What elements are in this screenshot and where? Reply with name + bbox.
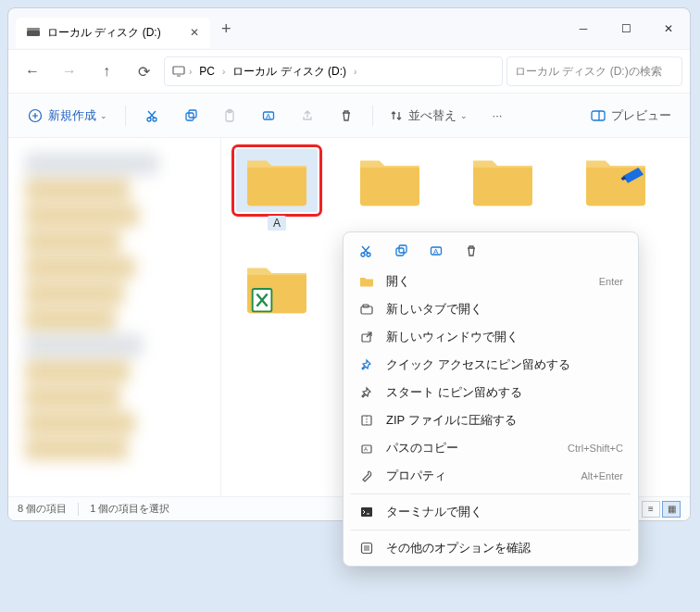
folder-icon xyxy=(236,256,318,319)
copy-button[interactable] xyxy=(174,101,207,131)
folder-item[interactable]: A xyxy=(236,149,318,231)
delete-button[interactable] xyxy=(330,101,363,131)
more-icon xyxy=(358,542,375,555)
close-button[interactable]: ✕ xyxy=(647,8,690,49)
svg-rect-31 xyxy=(362,334,370,342)
svg-text:A: A xyxy=(364,446,368,452)
cut-icon[interactable] xyxy=(358,244,377,258)
chevron-down-icon: ⌄ xyxy=(460,111,468,120)
svg-text:A: A xyxy=(433,247,439,256)
tab-active[interactable]: ローカル ディスク (D:) ✕ xyxy=(16,18,210,48)
item-count: 8 個の項目 xyxy=(18,502,67,516)
cut-button[interactable] xyxy=(135,101,169,131)
sort-button[interactable]: 並べ替え ⌄ xyxy=(382,101,475,131)
chevron-down-icon: ⌄ xyxy=(100,111,107,120)
svg-rect-1 xyxy=(27,28,40,31)
up-button[interactable]: ↑ xyxy=(90,55,123,88)
breadcrumb-pc[interactable]: PC xyxy=(195,63,219,80)
maximize-button[interactable]: ☐ xyxy=(605,8,647,49)
svg-rect-2 xyxy=(173,67,184,74)
forward-button[interactable]: → xyxy=(53,55,86,88)
close-tab-icon[interactable]: ✕ xyxy=(190,26,199,39)
selection-count: 1 個の項目を選択 xyxy=(90,502,169,516)
ctx-more-options[interactable]: その他のオプションを確認 xyxy=(344,534,638,566)
copy-path-icon: A xyxy=(358,442,375,455)
svg-rect-25 xyxy=(396,248,404,256)
refresh-button[interactable]: ⟳ xyxy=(127,55,160,88)
ctx-zip[interactable]: ZIP ファイルに圧縮する xyxy=(344,406,638,434)
delete-icon[interactable] xyxy=(464,244,482,258)
drive-icon xyxy=(27,28,40,37)
folder-icon xyxy=(236,149,318,212)
svg-rect-26 xyxy=(399,245,406,253)
new-tab-button[interactable]: + xyxy=(221,19,231,39)
wrench-icon xyxy=(358,469,375,482)
ctx-open[interactable]: 開く Enter xyxy=(344,268,638,295)
ctx-copy-path[interactable]: A パスのコピー Ctrl+Shift+C xyxy=(344,434,638,462)
folder-icon xyxy=(462,149,544,212)
sort-icon xyxy=(390,109,403,122)
plus-circle-icon xyxy=(28,108,43,123)
preview-icon xyxy=(591,110,606,121)
ctx-new-window[interactable]: 新しいウィンドウで開く xyxy=(344,323,638,351)
svg-rect-17 xyxy=(592,111,605,120)
share-button[interactable] xyxy=(291,101,324,131)
view-list-toggle[interactable]: ≡ xyxy=(642,501,660,518)
breadcrumb[interactable]: › PC › ローカル ディスク (D:) › xyxy=(164,56,503,86)
ctx-terminal[interactable]: ターミナルで開く xyxy=(344,498,638,526)
copy-icon[interactable] xyxy=(394,244,412,258)
back-button[interactable]: ← xyxy=(16,55,49,88)
view-icons-toggle[interactable]: ▦ xyxy=(662,501,681,518)
rename-button[interactable]: A xyxy=(252,101,285,131)
new-button[interactable]: 新規作成 ⌄ xyxy=(19,101,116,131)
new-window-icon xyxy=(358,331,375,343)
preview-button[interactable]: プレビュー xyxy=(583,101,679,131)
svg-rect-11 xyxy=(186,113,194,120)
ctx-new-tab[interactable]: 新しいタブで開く xyxy=(344,295,638,323)
nav-sidebar[interactable] xyxy=(8,138,221,496)
minimize-button[interactable]: ─ xyxy=(562,8,605,49)
pin-icon xyxy=(358,386,375,399)
monitor-icon xyxy=(172,66,185,77)
folder-item[interactable] xyxy=(462,149,544,231)
chevron-right-icon: › xyxy=(354,67,356,77)
tab-title: ローカル ディスク (D:) xyxy=(47,25,161,41)
chevron-right-icon: › xyxy=(222,67,225,77)
svg-rect-36 xyxy=(361,507,372,517)
folder-item[interactable] xyxy=(575,149,656,231)
ctx-pin-quick[interactable]: クイック アクセスにピン留めする xyxy=(344,351,638,379)
folder-label: A xyxy=(268,216,286,231)
rename-icon[interactable]: A xyxy=(429,244,447,258)
ctx-properties[interactable]: プロパティ Alt+Enter xyxy=(344,462,638,490)
pin-icon xyxy=(358,358,375,371)
svg-text:A: A xyxy=(266,112,271,120)
search-input[interactable]: ローカル ディスク (D:)の検索 xyxy=(506,56,682,86)
paste-button[interactable] xyxy=(213,101,246,131)
address-bar: ← → ↑ ⟳ › PC › ローカル ディスク (D:) › ローカル ディス… xyxy=(8,49,690,94)
zip-icon xyxy=(358,414,375,427)
ctx-pin-start[interactable]: スタート にピン留めする xyxy=(344,379,638,406)
folder-item[interactable] xyxy=(349,149,431,231)
terminal-icon xyxy=(358,506,375,518)
breadcrumb-drive[interactable]: ローカル ディスク (D:) xyxy=(229,62,350,81)
titlebar: ローカル ディスク (D:) ✕ + ─ ☐ ✕ xyxy=(8,8,690,49)
folder-icon xyxy=(358,276,375,287)
toolbar: 新規作成 ⌄ A 並べ替え ⌄ ··· xyxy=(8,94,690,138)
more-button[interactable]: ··· xyxy=(481,101,514,131)
folder-item[interactable] xyxy=(236,256,318,323)
search-placeholder: ローカル ディスク (D:)の検索 xyxy=(515,64,662,80)
context-menu: A 開く Enter 新しいタブで開く 新しいウィンドウで開く クイック アクセ… xyxy=(343,231,639,567)
window-controls: ─ ☐ ✕ xyxy=(562,8,690,49)
folder-icon xyxy=(349,149,431,212)
svg-rect-12 xyxy=(189,110,196,118)
tab-icon xyxy=(358,304,375,315)
svg-rect-0 xyxy=(27,31,40,36)
chevron-right-icon: › xyxy=(189,67,192,77)
folder-icon xyxy=(575,149,656,212)
